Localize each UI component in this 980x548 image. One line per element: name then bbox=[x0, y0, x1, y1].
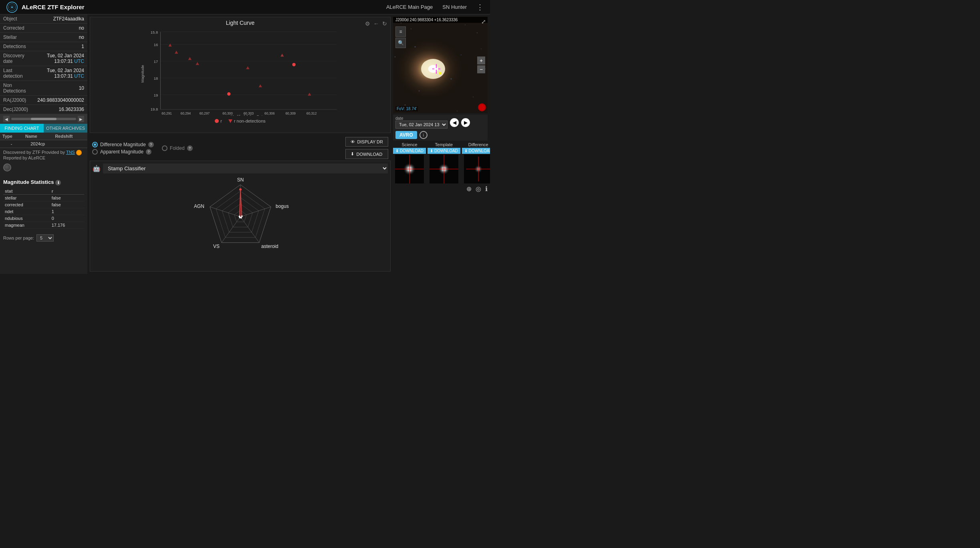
difference-download-icon: ⬇ bbox=[464, 149, 468, 153]
zoom-in-stamps-icon[interactable]: ⊕ bbox=[466, 185, 472, 193]
svg-point-63 bbox=[481, 49, 482, 49]
template-download-btn[interactable]: ⬇ DOWNLOAD bbox=[427, 148, 460, 154]
radio-diff-mag-circle[interactable] bbox=[92, 142, 98, 147]
light-curve-icons: ⚙ ← ↻ bbox=[365, 20, 387, 27]
lc-settings-icon[interactable]: ⚙ bbox=[365, 20, 370, 27]
zoom-out-btn[interactable]: − bbox=[477, 65, 485, 73]
scroll-left-btn[interactable]: ◀ bbox=[3, 116, 10, 122]
aladin-logo bbox=[478, 103, 486, 111]
value-detections: 1 bbox=[34, 42, 87, 51]
prev-date-btn[interactable]: ◀ bbox=[450, 118, 459, 127]
legend-r-nondet: r non-detections bbox=[228, 119, 266, 123]
difference-download-btn[interactable]: ⬇ DOWNLOAD bbox=[462, 148, 490, 154]
svg-text:16: 16 bbox=[154, 42, 158, 47]
value-dec: 16.3623336 bbox=[34, 105, 87, 114]
tns-link[interactable]: TNS bbox=[66, 150, 75, 155]
sky-image-area: J2000d 240.9883304 +16.3623336 ⤢ bbox=[393, 17, 488, 113]
lc-action-buttons: 👁 DISPLAY DR ⬇ DOWNLOAD bbox=[345, 137, 388, 159]
svg-point-49 bbox=[239, 188, 242, 191]
svg-text:17: 17 bbox=[154, 59, 158, 64]
sky-zoom-buttons: + − bbox=[477, 56, 485, 73]
svg-text:Magnitude: Magnitude bbox=[140, 65, 145, 83]
sky-coordinates: J2000d 240.9883304 +16.3623336 bbox=[393, 17, 488, 23]
svg-point-37 bbox=[292, 63, 295, 66]
folded-checkbox[interactable] bbox=[162, 145, 167, 151]
svg-marker-48 bbox=[239, 189, 242, 218]
lc-refresh-icon[interactable]: ↻ bbox=[382, 20, 387, 27]
value-discovery: Tue, 02 Jan 2024 13:07:31 UTC bbox=[34, 51, 87, 66]
zoom-in-btn[interactable]: + bbox=[477, 56, 485, 64]
finding-chart-tabs: FINDING CHART OTHER ARCHIVES bbox=[0, 124, 87, 133]
col-type: Type bbox=[0, 133, 23, 140]
tab-other-archives[interactable]: OTHER ARCHIVES bbox=[44, 124, 87, 133]
stat-name: corrected bbox=[3, 201, 50, 208]
radio-apparent-mag[interactable]: Apparent Magnitude ? bbox=[92, 149, 154, 155]
radio-diff-mag[interactable]: Difference Magnitude ? bbox=[92, 142, 154, 147]
scroll-track[interactable] bbox=[11, 118, 76, 120]
radar-chart-container: SN bogus asteroid VS AGN bbox=[93, 177, 388, 257]
template-download-icon: ⬇ bbox=[430, 149, 433, 153]
stamp-classifier-select[interactable]: Stamp Classifier bbox=[103, 163, 388, 173]
app-header: ALeRCE ZTF Explorer ALeRCE Main Page SN … bbox=[0, 0, 490, 14]
object-info-table: Object ZTF24aaadlka Corrected no Stellar… bbox=[0, 14, 87, 114]
utc-link-discovery[interactable]: UTC bbox=[74, 58, 84, 64]
mag-stats-row: magmean17.176 bbox=[3, 222, 84, 229]
globe-icon bbox=[3, 163, 11, 171]
crossmatch-row: - 2024cp bbox=[0, 140, 87, 148]
lc-download-button[interactable]: ⬇ DOWNLOAD bbox=[345, 149, 388, 159]
target-icon[interactable]: ◎ bbox=[476, 185, 481, 193]
mag-stats-row: ndet1 bbox=[3, 208, 84, 215]
row-non-detections: Non Detections 10 bbox=[0, 81, 87, 96]
nav-sn-hunter[interactable]: SN Hunter bbox=[442, 4, 467, 10]
mag-col-r: r bbox=[50, 188, 84, 195]
label-non-detections: Non Detections bbox=[0, 81, 34, 96]
sky-zoom-search-btn[interactable]: 🔍 bbox=[395, 38, 406, 48]
legend-r: r bbox=[215, 119, 222, 123]
stamp-classifier-area: 🤖 Stamp Classifier bbox=[90, 161, 391, 272]
sky-expand-icon[interactable]: ⤢ bbox=[481, 18, 486, 25]
next-date-btn[interactable]: ▶ bbox=[461, 118, 470, 127]
utc-link-last[interactable]: UTC bbox=[74, 73, 84, 79]
folded-help-icon[interactable]: ? bbox=[187, 145, 193, 151]
scroll-right-btn[interactable]: ▶ bbox=[78, 116, 84, 122]
mag-stats-title: Magnitude Statistics ℹ bbox=[3, 179, 84, 185]
svg-point-66 bbox=[405, 105, 405, 105]
sky-layers-btn[interactable]: ≡ bbox=[395, 26, 406, 37]
app-title: ALeRCE ZTF Explorer bbox=[22, 4, 386, 10]
avro-btn[interactable]: AVRO bbox=[395, 131, 417, 139]
apparent-mag-help-icon[interactable]: ? bbox=[146, 149, 151, 155]
difference-stamp-image bbox=[464, 155, 490, 183]
lc-back-icon[interactable]: ← bbox=[373, 20, 379, 27]
rows-per-page-select[interactable]: 5 10 25 bbox=[36, 234, 54, 242]
svg-text:60,309: 60,309 bbox=[285, 111, 296, 115]
radio-apparent-mag-circle[interactable] bbox=[92, 149, 98, 155]
date-select[interactable]: Tue, 02 Jan 2024 13:... bbox=[395, 121, 448, 129]
science-download-btn[interactable]: ⬇ DOWNLOAD bbox=[393, 148, 426, 154]
crossmatch-redshift bbox=[52, 140, 87, 148]
stamps-icons-bar: ⊕ ◎ ℹ bbox=[393, 183, 490, 193]
radio-diff-mag-label: Difference Magnitude bbox=[100, 142, 146, 147]
svg-text:18: 18 bbox=[154, 76, 158, 81]
info-stamps-icon[interactable]: ℹ bbox=[485, 185, 488, 193]
light-curve-area: Light Curve ⚙ ← ↻ 15.8 16 bbox=[90, 17, 391, 133]
nav-main-page[interactable]: ALeRCE Main Page bbox=[386, 4, 433, 10]
display-dr-button[interactable]: 👁 DISPLAY DR bbox=[345, 137, 388, 147]
rows-per-page-label: Rows per page: bbox=[3, 236, 34, 240]
difference-title: Difference bbox=[468, 142, 488, 147]
center-panel: Light Curve ⚙ ← ↻ 15.8 16 bbox=[87, 14, 393, 274]
mag-stats-row: correctedfalse bbox=[3, 201, 84, 208]
mag-stats-info-icon[interactable]: ℹ bbox=[55, 180, 61, 185]
folded-option[interactable]: Folded ? bbox=[162, 145, 193, 151]
stat-value: 0 bbox=[50, 215, 84, 222]
radar-label-sn: SN bbox=[237, 177, 244, 183]
value-stellar: no bbox=[34, 33, 87, 42]
tab-finding-chart[interactable]: FINDING CHART bbox=[0, 124, 44, 133]
rows-per-page-area: Rows per page: 5 10 25 bbox=[0, 232, 87, 244]
label-discovery: Discovery date bbox=[0, 51, 34, 66]
svg-point-36 bbox=[227, 92, 230, 95]
stat-name: ndubious bbox=[3, 215, 50, 222]
diff-mag-help-icon[interactable]: ? bbox=[148, 142, 154, 147]
magnitude-statistics: Magnitude Statistics ℹ stat r stellarfal… bbox=[0, 176, 87, 232]
avro-info-icon[interactable]: i bbox=[419, 131, 427, 139]
more-menu-icon[interactable]: ⋮ bbox=[476, 3, 484, 12]
